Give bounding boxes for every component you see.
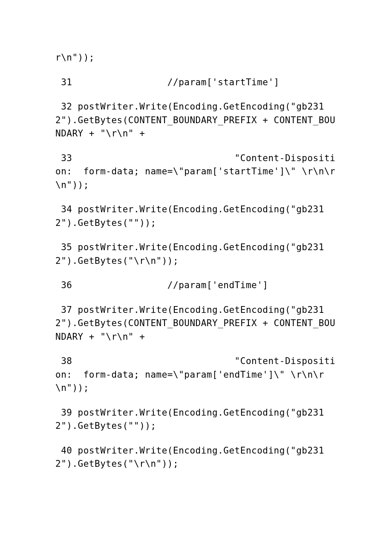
code-line: 35 postWriter.Write(Encoding.GetEncoding… [55, 241, 341, 268]
code-line: 39 postWriter.Write(Encoding.GetEncoding… [55, 406, 341, 433]
code-line: 40 postWriter.Write(Encoding.GetEncoding… [55, 444, 341, 471]
code-document: r\n")); 31 //param['startTime'] 32 postW… [55, 51, 341, 471]
code-line: 33 "Content-Disposition: form-data; name… [55, 152, 341, 192]
code-line: 36 //param['endTime'] [55, 279, 341, 292]
code-line: r\n")); [55, 51, 341, 65]
code-line: 38 "Content-Disposition: form-data; name… [55, 355, 341, 395]
code-line: 32 postWriter.Write(Encoding.GetEncoding… [55, 100, 341, 141]
code-line: 37 postWriter.Write(Encoding.GetEncoding… [55, 304, 341, 344]
code-line: 34 postWriter.Write(Encoding.GetEncoding… [55, 203, 341, 230]
code-line: 31 //param['startTime'] [55, 76, 341, 90]
